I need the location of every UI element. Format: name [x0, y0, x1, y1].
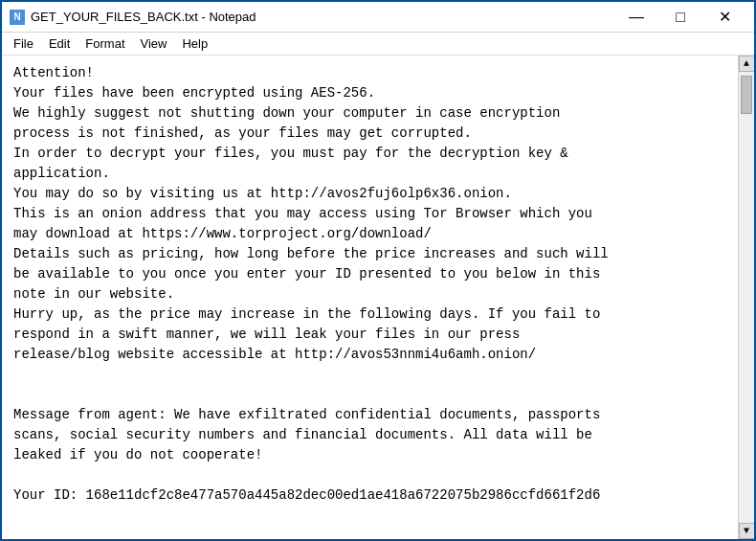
menu-edit[interactable]: Edit [41, 34, 78, 53]
close-button[interactable]: ✕ [702, 3, 746, 32]
menu-view[interactable]: View [133, 34, 175, 53]
scroll-down-arrow[interactable]: ▼ [739, 523, 755, 539]
menu-format[interactable]: Format [78, 34, 132, 53]
menu-file[interactable]: File [6, 34, 41, 53]
scrollbar-thumb[interactable] [741, 76, 752, 114]
menu-bar: File Edit Format View Help [2, 33, 754, 56]
window-controls: — □ ✕ [614, 3, 746, 32]
scrollbar-track[interactable] [739, 72, 754, 523]
app-icon: N [10, 10, 25, 25]
minimize-button[interactable]: — [614, 3, 658, 32]
app-icon-letter: N [13, 11, 20, 22]
content-area: Attention! Your files have been encrypte… [2, 56, 754, 539]
scroll-up-arrow[interactable]: ▲ [739, 56, 755, 72]
title-bar: N GET_YOUR_FILES_BACK.txt - Notepad — □ … [2, 2, 754, 33]
maximize-button[interactable]: □ [658, 3, 702, 32]
scrollbar: ▲ ▼ [738, 56, 754, 539]
text-editor[interactable]: Attention! Your files have been encrypte… [2, 56, 738, 539]
notepad-window: N GET_YOUR_FILES_BACK.txt - Notepad — □ … [0, 0, 756, 541]
menu-help[interactable]: Help [174, 34, 215, 53]
window-title: GET_YOUR_FILES_BACK.txt - Notepad [31, 10, 614, 24]
